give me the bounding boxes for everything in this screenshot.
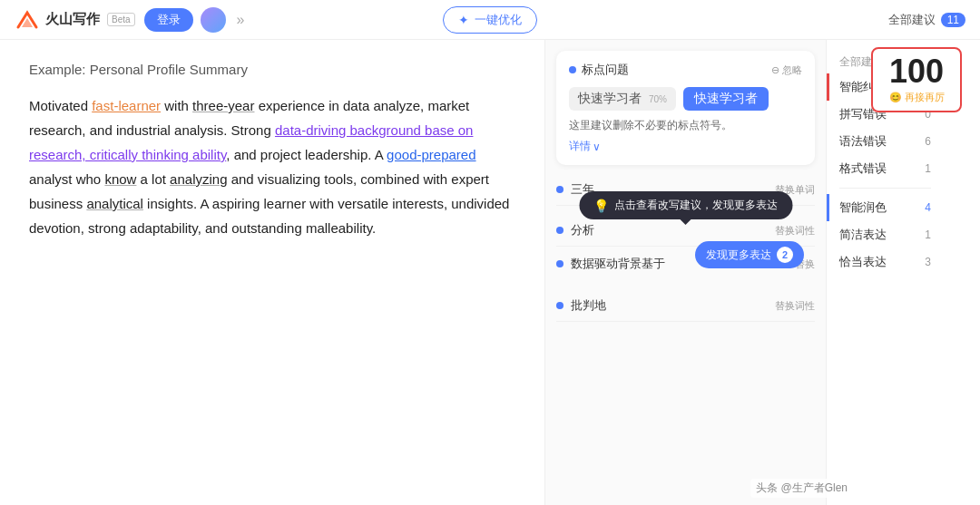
suggestion-type-label: 标点问题 (582, 62, 629, 78)
card-header: 标点问题 ⊖ 忽略 (569, 62, 802, 78)
row-dot-2 (556, 227, 564, 234)
avatar[interactable] (201, 7, 226, 33)
highlight-analytical: analytical (86, 196, 143, 211)
main-layout: Example: Personal Profile Summary Motiva… (0, 40, 980, 505)
ignore-button[interactable]: ⊖ 忽略 (771, 63, 802, 77)
tooltip-popup: 💡 点击查看改写建议，发现更多表达 (579, 191, 792, 219)
highlight-good-prepared: good-prepared (387, 147, 475, 162)
row-text-4: 批判地 (571, 297, 769, 314)
row-tag-4: 替换词性 (775, 299, 815, 313)
sidebar-item-concise[interactable]: 简洁表达 1 (827, 221, 944, 248)
suggestion-desc: 这里建议删除不必要的标点符号。 (569, 118, 802, 133)
highlight-analyzing: analyzing (170, 171, 227, 187)
sidebar-count-format: 1 (925, 162, 931, 175)
score-label: 再接再厉 (905, 91, 945, 104)
suggestion-type: 标点问题 (569, 62, 629, 78)
sidebar-label-format: 格式错误 (839, 160, 887, 177)
doc-content: Motivated fast-learner with three-year e… (29, 93, 515, 240)
optimize-label: 一键优化 (475, 12, 522, 28)
editor-area[interactable]: Example: Personal Profile Summary Motiva… (0, 40, 544, 505)
word-suggested[interactable]: 快速学习者 (683, 87, 769, 111)
suggestion-card-main: 标点问题 ⊖ 忽略 快速学习者 70% 快速学习者 这里建议删除不必要的标点符号… (556, 51, 815, 165)
row-tag-2: 替换词性 (775, 224, 815, 238)
score-emoji: 😊 (889, 92, 902, 103)
logo-area: 火山写作 Beta (15, 9, 135, 31)
sidebar-item-grammar[interactable]: 语法错误 6 (827, 128, 944, 155)
suggestions-badge: 全部建议 11 (888, 12, 965, 28)
sidebar-label-grammar: 语法错误 (839, 133, 887, 150)
sidebar-count-grammar: 6 (925, 135, 931, 148)
row-dot-1 (556, 186, 564, 193)
discover-count: 2 (777, 247, 793, 263)
highlight-know: know (104, 171, 136, 187)
detail-button[interactable]: 详情 ∨ (569, 139, 802, 154)
doc-title: Example: Personal Profile Summary (29, 62, 515, 77)
sidebar-divider (839, 188, 931, 189)
word-score: 70% (649, 94, 667, 104)
score-box: 100 😊 再接再厉 (871, 47, 962, 112)
optimize-icon: ✦ (458, 13, 469, 27)
discover-button[interactable]: 发现更多表达 2 (695, 241, 804, 268)
sidebar-item-format[interactable]: 格式错误 1 (827, 155, 944, 182)
row-text-2: 分析 (571, 222, 769, 238)
optimize-button[interactable]: ✦ 一键优化 (443, 6, 537, 34)
beta-badge: Beta (107, 13, 135, 26)
login-button[interactable]: 登录 (144, 8, 193, 32)
sidebar-count-proper: 3 (925, 256, 931, 268)
ignore-label: 忽略 (782, 63, 802, 77)
sidebar-label-concise: 简洁表达 (839, 227, 887, 243)
logo-icon (15, 9, 40, 31)
logo-text: 火山写作 (45, 11, 100, 28)
sidebar-item-polish[interactable]: 智能润色 4 (827, 194, 944, 221)
sidebar-label-polish: 智能润色 (839, 199, 887, 216)
sidebar-count-polish: 4 (925, 201, 931, 214)
score-sub: 😊 再接再厉 (889, 91, 945, 104)
word-options: 快速学习者 70% 快速学习者 (569, 87, 802, 111)
sidebar-item-proper[interactable]: 恰当表达 3 (827, 248, 944, 276)
tooltip-text: 点击查看改写建议，发现更多表达 (614, 198, 778, 213)
header: 火山写作 Beta 登录 ✦ 一键优化 » 全部建议 11 (0, 0, 980, 40)
tooltip-bulb: 💡 (593, 199, 609, 213)
suggestions-label: 全部建议 (888, 12, 936, 28)
word-original: 快速学习者 70% (569, 87, 676, 111)
suggestion-row-4[interactable]: 批判地 替换词性 (556, 290, 815, 322)
suggestion-dot (569, 66, 576, 73)
highlight-three-year: three-year (192, 98, 254, 113)
row-dot-3 (556, 260, 564, 267)
sidebar-count-concise: 1 (925, 228, 931, 241)
discover-label: 发现更多表达 (706, 248, 771, 263)
suggestion-panel: 标点问题 ⊖ 忽略 快速学习者 70% 快速学习者 这里建议删除不必要的标点符号… (544, 40, 826, 505)
highlight-fast-learner: fast-learner (92, 98, 161, 113)
suggestions-count: 11 (941, 13, 965, 27)
suggestion-row-3[interactable]: 数据驱动背景基于 替换 💡 点击查看改写建议，发现更多表达 发现更多表达 2 (556, 247, 815, 281)
row-dot-4 (556, 302, 564, 309)
watermark: 头条 @生产者Glen (750, 479, 853, 498)
score-number: 100 (889, 55, 944, 88)
sidebar-label-proper: 恰当表达 (839, 254, 887, 270)
chevrons-icon[interactable]: » (237, 12, 245, 28)
